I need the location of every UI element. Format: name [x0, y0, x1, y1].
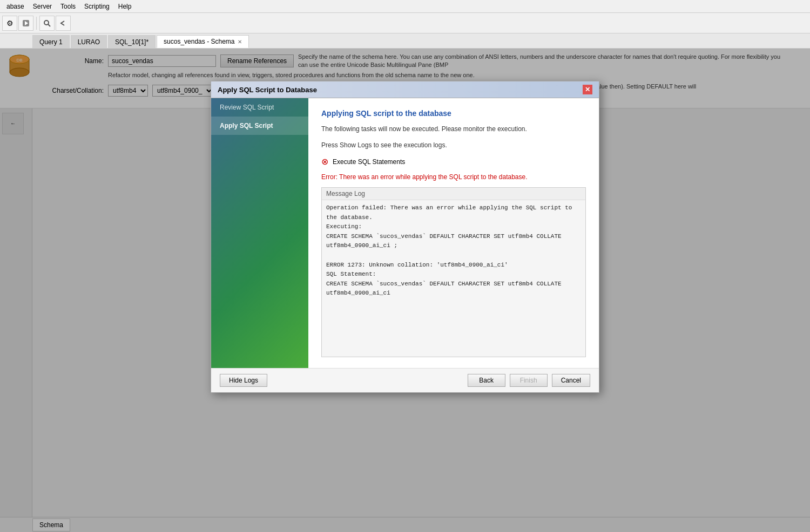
modal-heading: Applying SQL script to the database [321, 109, 586, 118]
back-button[interactable]: Back [468, 374, 505, 387]
hide-logs-button[interactable]: Hide Logs [220, 374, 267, 387]
svg-point-2 [44, 21, 49, 25]
log-line-6: CREATE SCHEMA `sucos_vendas` DEFAULT CHA… [326, 279, 581, 298]
svg-line-3 [48, 24, 50, 26]
error-text: Error: There was an error while applying… [321, 173, 586, 181]
toolbar-sep-1 [36, 17, 37, 30]
message-log-content[interactable]: Operation failed: There was an error whi… [322, 200, 585, 346]
menu-bar: abase Server Tools Scripting Help [0, 0, 810, 13]
modal-desc-line1: The following tasks will now be executed… [321, 124, 586, 134]
modal-overlay: Apply SQL Script to Database ✕ Review SQ… [0, 108, 810, 517]
tab-close-icon[interactable]: ✕ [238, 39, 242, 45]
toolbar: ⚙ [0, 13, 810, 33]
tabs-bar: Query 1 LURAO SQL_10[1]* sucos_vendas - … [0, 33, 810, 49]
menu-help[interactable]: Help [114, 2, 136, 11]
log-line-3 [326, 251, 581, 261]
tab-sucos-vendas[interactable]: sucos_vendas - Schema ✕ [157, 35, 249, 48]
toolbar-btn-1[interactable]: ⚙ [2, 16, 17, 31]
log-line-1: Executing: [326, 222, 581, 232]
menu-scripting[interactable]: Scripting [80, 2, 114, 11]
content-area: ← Apply SQL Script to Database ✕ Review … [0, 108, 810, 517]
log-line-2: CREATE SCHEMA `sucos_vendas` DEFAULT CHA… [326, 232, 581, 251]
message-log-label: Message Log [322, 188, 585, 200]
status-section: ⊗ Execute SQL Statements [321, 156, 586, 167]
tab-query1[interactable]: Query 1 [32, 35, 70, 48]
tab-lurao[interactable]: LURAO [71, 35, 107, 48]
menu-abase[interactable]: abase [2, 2, 29, 11]
finish-button[interactable]: Finish [510, 374, 548, 387]
modal-body: Review SQL Script Apply SQL Script Apply… [211, 108, 599, 368]
sidebar-item-apply-sql[interactable]: Apply SQL Script [211, 117, 308, 135]
toolbar-btn-2[interactable] [18, 16, 33, 31]
status-error-icon: ⊗ [321, 156, 328, 167]
status-label: Execute SQL Statements [333, 158, 405, 166]
log-line-4: ERROR 1273: Unknown collation: 'utf8mb4_… [326, 261, 581, 270]
tab-sql10[interactable]: SQL_10[1]* [108, 35, 156, 48]
modal-desc-line2: Press Show Logs to see the execution log… [321, 140, 586, 150]
message-log-container: Message Log Operation failed: There was … [321, 187, 586, 357]
modal-footer: Hide Logs Back Finish Cancel [211, 368, 599, 392]
main-area: DB Name: Rename References Specify the n… [0, 49, 810, 532]
apply-sql-modal: Apply SQL Script to Database ✕ Review SQ… [211, 108, 599, 393]
toolbar-btn-search[interactable] [39, 16, 55, 31]
modal-sidebar: Review SQL Script Apply SQL Script [211, 108, 308, 368]
menu-server[interactable]: Server [29, 2, 56, 11]
menu-tools[interactable]: Tools [56, 2, 80, 11]
log-line-5: SQL Statement: [326, 270, 581, 279]
sidebar-item-review-sql[interactable]: Review SQL Script [211, 108, 308, 117]
log-line-0: Operation failed: There was an error whi… [326, 203, 581, 222]
toolbar-btn-back[interactable] [56, 16, 71, 31]
cancel-button[interactable]: Cancel [552, 374, 590, 387]
modal-content: Applying SQL script to the database The … [308, 108, 599, 368]
